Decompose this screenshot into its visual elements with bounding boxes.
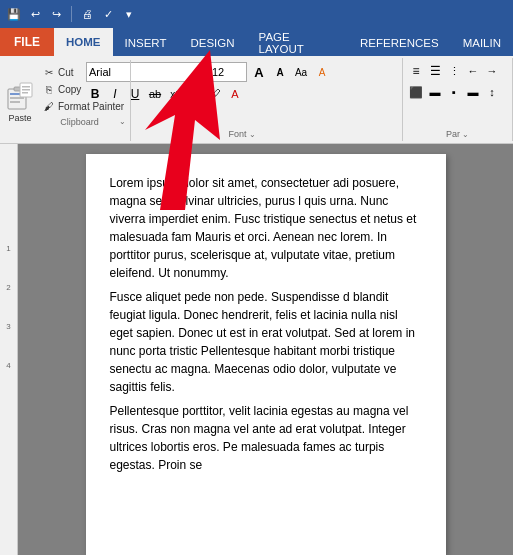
quick-access-toolbar: 💾 ↩ ↪ 🖨 ✓ ▾: [6, 6, 137, 22]
paste-button[interactable]: Paste: [0, 60, 40, 141]
para-group-label: Par ⌄: [407, 127, 508, 139]
document-paragraph-2: Fusce aliquet pede non pede. Suspendisse…: [110, 288, 422, 396]
paragraph-group: ≡ ☰ ⋮ ← → ⬛ ▬ ▪ ▬ ↕ Par ⌄: [403, 58, 513, 141]
svg-rect-4: [10, 101, 20, 103]
align-left-button[interactable]: ⬛: [407, 83, 425, 101]
justify-button[interactable]: ▬: [464, 83, 482, 101]
document-area: 1 2 3 4 Lorem ipsum dolor sit amet, cons…: [0, 144, 513, 555]
clipboard-group-label: Clipboard: [40, 115, 119, 127]
cut-button[interactable]: ✂ Cut: [40, 64, 126, 80]
cut-label: Cut: [58, 67, 74, 78]
clipboard-group-label-row: Clipboard ⌄: [40, 115, 126, 127]
decrease-indent-button[interactable]: ←: [464, 62, 482, 80]
copy-label: Copy: [58, 84, 81, 95]
superscript-button[interactable]: x2: [186, 85, 204, 103]
font-row-1: A A Aa A: [86, 62, 398, 82]
increase-font-size-button[interactable]: A: [250, 63, 268, 81]
numbering-button[interactable]: ☰: [426, 62, 444, 80]
highlight-color-button[interactable]: 🖊: [206, 85, 224, 103]
tab-references[interactable]: REFERENCES: [348, 30, 451, 56]
para-label-text: Par: [446, 129, 460, 139]
text-effects-button[interactable]: A: [313, 63, 331, 81]
paste-label: Paste: [8, 113, 31, 123]
font-color-button[interactable]: A: [226, 85, 244, 103]
undo-icon[interactable]: ↩: [27, 6, 43, 22]
tab-mailings[interactable]: MAILIN: [451, 30, 513, 56]
align-center-button[interactable]: ▬: [426, 83, 444, 101]
document-page[interactable]: Lorem ipsum dolor sit amet, consectetuer…: [86, 154, 446, 555]
decrease-font-size-button[interactable]: A: [271, 63, 289, 81]
svg-rect-6: [22, 86, 30, 88]
tab-file[interactable]: FILE: [0, 28, 54, 56]
change-case-button[interactable]: Aa: [292, 63, 310, 81]
font-row-2: B I U ab x2 x2 🖊 A: [86, 85, 398, 103]
bullets-button[interactable]: ≡: [407, 62, 425, 80]
ruler-mark-2: 2: [0, 283, 17, 292]
font-size-select[interactable]: [209, 62, 247, 82]
separator: [71, 6, 72, 22]
more-icon[interactable]: ▾: [121, 6, 137, 22]
title-bar: 💾 ↩ ↪ 🖨 ✓ ▾: [0, 0, 513, 28]
subscript-button[interactable]: x2: [166, 85, 184, 103]
ruler-mark-4: 4: [0, 361, 17, 370]
font-label-text: Font: [228, 129, 246, 139]
cut-icon: ✂: [42, 65, 56, 79]
line-spacing-button[interactable]: ↕: [483, 83, 501, 101]
para-expand-icon[interactable]: ⌄: [462, 130, 469, 139]
ribbon: Paste ✂ Cut ⎘ Copy 🖌 Format Painter Clip…: [0, 56, 513, 144]
paste-icon: [4, 79, 36, 111]
format-painter-button[interactable]: 🖌 Format Painter: [40, 98, 126, 114]
tab-page-layout[interactable]: PAGE LAYOUT: [247, 30, 348, 56]
redo-icon[interactable]: ↪: [48, 6, 64, 22]
small-clipboard-buttons: ✂ Cut ⎘ Copy 🖌 Format Painter Clipboard …: [40, 60, 131, 141]
format-label: Format Painter: [58, 101, 124, 112]
copy-button[interactable]: ⎘ Copy: [40, 81, 126, 97]
tab-home[interactable]: HOME: [54, 28, 113, 56]
svg-rect-8: [22, 92, 28, 94]
tab-design[interactable]: DESIGN: [178, 30, 246, 56]
clipboard-group: Paste ✂ Cut ⎘ Copy 🖌 Format Painter Clip…: [0, 58, 82, 141]
ruler-mark-1: 1: [0, 244, 17, 253]
document-paragraph-3: Pellentesque porttitor, velit lacinia eg…: [110, 402, 422, 474]
tab-insert[interactable]: INSERT: [113, 30, 179, 56]
format-painter-icon: 🖌: [42, 99, 56, 113]
clipboard-expand-icon[interactable]: ⌄: [119, 117, 126, 126]
svg-rect-7: [22, 89, 30, 91]
font-expand-icon[interactable]: ⌄: [249, 130, 256, 139]
font-group-label: Font ⌄: [86, 127, 398, 139]
spell-check-icon[interactable]: ✓: [100, 6, 116, 22]
align-right-button[interactable]: ▪: [445, 83, 463, 101]
para-row-2: ⬛ ▬ ▪ ▬ ↕: [407, 83, 508, 101]
ribbon-tabs: FILE HOME INSERT DESIGN PAGE LAYOUT REFE…: [0, 28, 513, 56]
print-preview-icon[interactable]: 🖨: [79, 6, 95, 22]
document-paragraph-1: Lorem ipsum dolor sit amet, consectetuer…: [110, 174, 422, 282]
increase-indent-button[interactable]: →: [483, 62, 501, 80]
page-container: Lorem ipsum dolor sit amet, consectetuer…: [18, 144, 513, 555]
para-row-1: ≡ ☰ ⋮ ← →: [407, 62, 508, 80]
left-ruler: 1 2 3 4: [0, 144, 18, 555]
copy-icon: ⎘: [42, 82, 56, 96]
save-icon[interactable]: 💾: [6, 6, 22, 22]
strikethrough-button[interactable]: ab: [146, 85, 164, 103]
ruler-mark-3: 3: [0, 322, 17, 331]
multilevel-list-button[interactable]: ⋮: [445, 62, 463, 80]
